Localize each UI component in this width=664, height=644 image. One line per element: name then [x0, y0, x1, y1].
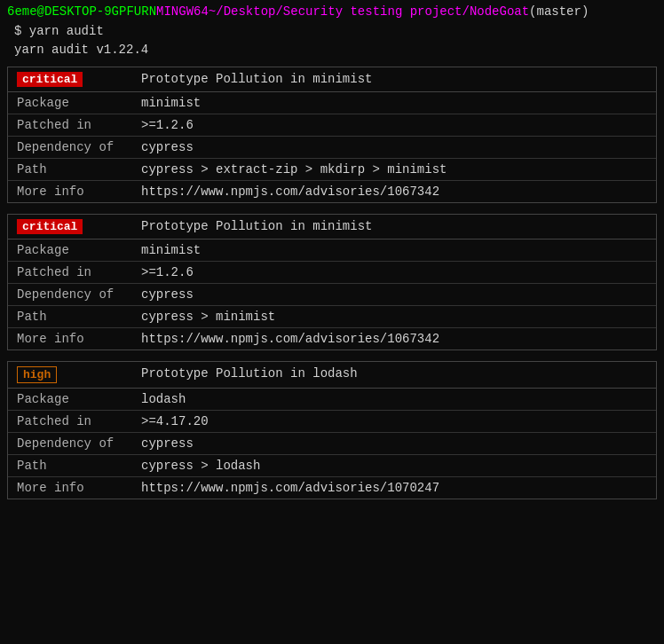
package-value: minimist [132, 239, 656, 261]
dependency-row: Dependency of cypress [8, 136, 656, 158]
path-row: Path cypress > minimist [8, 305, 656, 327]
severity-badge: critical [17, 219, 83, 234]
severity-badge: high [17, 366, 57, 383]
vuln-title: Prototype Pollution in lodash [132, 362, 656, 389]
patched-value: >=1.2.6 [132, 261, 656, 283]
patched-row: Patched in >=4.17.20 [8, 410, 656, 432]
moreinfo-value[interactable]: https://www.npmjs.com/advisories/1067342 [132, 327, 656, 349]
patched-row: Patched in >=1.2.6 [8, 114, 656, 136]
terminal-branch: (master) [529, 4, 589, 21]
package-row: Package lodash [8, 388, 656, 410]
moreinfo-row: More info https://www.npmjs.com/advisori… [8, 180, 656, 202]
vuln-title: Prototype Pollution in minimist [132, 215, 656, 240]
dependency-label: Dependency of [8, 432, 132, 454]
terminal-mingw: MINGW64 [156, 4, 209, 21]
moreinfo-value[interactable]: https://www.npmjs.com/advisories/1070247 [132, 476, 656, 499]
patched-label: Patched in [8, 410, 132, 432]
path-label: Path [8, 305, 132, 327]
path-row: Path cypress > lodash [8, 454, 656, 476]
severity-cell: critical [8, 67, 132, 92]
patched-label: Patched in [8, 261, 132, 283]
path-value: cypress > extract-zip > mkdirp > minimis… [132, 158, 656, 180]
path-label: Path [8, 158, 132, 180]
path-value: cypress > minimist [132, 305, 656, 327]
severity-cell: high [8, 362, 132, 389]
dependency-value: cypress [132, 432, 656, 454]
moreinfo-label: More info [8, 476, 132, 499]
patched-value: >=1.2.6 [132, 114, 656, 136]
moreinfo-row: More info https://www.npmjs.com/advisori… [8, 476, 656, 499]
vuln-title: Prototype Pollution in minimist [132, 67, 656, 92]
path-value: cypress > lodash [132, 454, 656, 476]
terminal-command: $ yarn audit [7, 21, 657, 43]
moreinfo-label: More info [8, 180, 132, 202]
vulnerabilities-list: critical Prototype Pollution in minimist… [0, 67, 664, 499]
severity-badge: critical [17, 72, 83, 87]
moreinfo-row: More info https://www.npmjs.com/advisori… [8, 327, 656, 349]
patched-row: Patched in >=1.2.6 [8, 261, 656, 283]
package-label: Package [8, 91, 132, 114]
terminal-header: 6eme@DESKTOP-9GPFURN MINGW64 ~/Desktop/S… [0, 0, 664, 67]
vuln-section-1: critical Prototype Pollution in minimist… [7, 67, 657, 203]
dependency-label: Dependency of [8, 283, 132, 305]
package-label: Package [8, 388, 132, 410]
dependency-label: Dependency of [8, 136, 132, 158]
terminal-user: 6eme@DESKTOP-9GPFURN [7, 4, 156, 21]
dependency-row: Dependency of cypress [8, 432, 656, 454]
moreinfo-label: More info [8, 327, 132, 349]
vuln-section-3: high Prototype Pollution in lodash Packa… [7, 361, 657, 499]
vuln-section-2: critical Prototype Pollution in minimist… [7, 214, 657, 350]
package-value: lodash [132, 388, 656, 410]
terminal-version: yarn audit v1.22.4 [7, 42, 657, 65]
dependency-row: Dependency of cypress [8, 283, 656, 305]
severity-row: high Prototype Pollution in lodash [8, 362, 656, 389]
moreinfo-value[interactable]: https://www.npmjs.com/advisories/1067342 [132, 180, 656, 202]
terminal-window: 6eme@DESKTOP-9GPFURN MINGW64 ~/Desktop/S… [0, 0, 664, 499]
patched-value: >=4.17.20 [132, 410, 656, 432]
dependency-value: cypress [132, 136, 656, 158]
package-row: Package minimist [8, 91, 656, 114]
patched-label: Patched in [8, 114, 132, 136]
package-row: Package minimist [8, 239, 656, 261]
package-label: Package [8, 239, 132, 261]
terminal-path: ~/Desktop/Security testing project/NodeG… [209, 4, 529, 21]
dependency-value: cypress [132, 283, 656, 305]
path-row: Path cypress > extract-zip > mkdirp > mi… [8, 158, 656, 180]
severity-cell: critical [8, 215, 132, 240]
path-label: Path [8, 454, 132, 476]
severity-row: critical Prototype Pollution in minimist [8, 215, 656, 240]
package-value: minimist [132, 91, 656, 114]
severity-row: critical Prototype Pollution in minimist [8, 67, 656, 92]
